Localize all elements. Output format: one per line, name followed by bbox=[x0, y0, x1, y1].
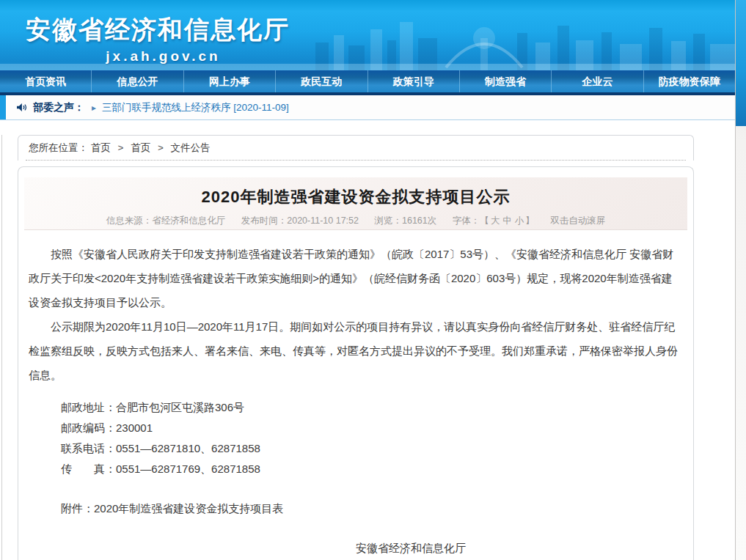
paragraph-publicity-period: 公示期限为2020年11月10日—2020年11月17日。期间如对公示的项目持有… bbox=[29, 314, 683, 387]
font-size-large[interactable]: 大 bbox=[491, 215, 500, 226]
font-size-widget: 字体：【大中小】 bbox=[453, 215, 535, 226]
ticker-arrow-icon: ▸ bbox=[92, 103, 96, 113]
scrollbar[interactable] bbox=[735, 0, 746, 560]
contact-line-postcode: 邮政编码：230001 bbox=[29, 418, 683, 438]
signature-block: 安徽省经济和信息化厅 2020年11月10日 bbox=[29, 538, 683, 560]
nav-item-policy-guidance[interactable]: 政策引导 bbox=[367, 70, 459, 92]
ticker-label: 部委之声： bbox=[33, 101, 84, 114]
nav-item-manufacturing-province[interactable]: 制造强省 bbox=[459, 70, 551, 92]
breadcrumb: 您所在位置： 首页 > 首页 > 文件公告 bbox=[18, 135, 694, 161]
news-ticker-bar: 部委之声： ▸ 三部门联手规范线上经济秩序 [2020-11-09] bbox=[0, 95, 735, 120]
meta-publish-time: 发布时间：2020-11-10 17:52 bbox=[241, 215, 359, 226]
nav-item-enterprise-cloud[interactable]: 企业云 bbox=[551, 70, 643, 92]
paragraph-basis: 按照《安徽省人民政府关于印发支持制造强省建设若干政策的通知》（皖政〔2017〕5… bbox=[29, 242, 683, 314]
font-size-small[interactable]: 小 bbox=[515, 215, 524, 226]
main-content: 您所在位置： 首页 > 首页 > 文件公告 2020年制造强省建设资金拟支持项目… bbox=[0, 135, 735, 560]
font-label: 字体：【 bbox=[453, 215, 489, 226]
nav-item-epidemic-supplies[interactable]: 防疫物资保障 bbox=[643, 70, 735, 92]
article-header: 2020年制造强省建设资金拟支持项目公示 信息来源：省经济和信息化厅 发布时间：… bbox=[24, 177, 687, 230]
contact-line-address: 邮政地址：合肥市包河区屯溪路306号 bbox=[29, 397, 683, 418]
attachment-link[interactable]: 附件：2020年制造强省建设资金拟支持项目表 bbox=[29, 498, 683, 519]
nav-item-online-services[interactable]: 网上办事 bbox=[183, 70, 275, 92]
speaker-icon bbox=[16, 103, 27, 112]
contact-block: 邮政地址：合肥市包河区屯溪路306号 邮政编码：230001 联系电话：0551… bbox=[29, 397, 683, 479]
nav-item-info-disclosure[interactable]: 信息公开 bbox=[91, 70, 183, 92]
font-label-close: 】 bbox=[525, 215, 535, 226]
article-meta: 信息来源：省经济和信息化厅 发布时间：2020-11-10 17:52 浏览：1… bbox=[24, 215, 687, 227]
ticker-left-accent bbox=[0, 95, 6, 119]
breadcrumb-prefix: 您所在位置： bbox=[29, 142, 88, 153]
article-body: 按照《安徽省人民政府关于印发支持制造强省建设若干政策的通知》（皖政〔2017〕5… bbox=[18, 230, 693, 560]
breadcrumb-separator: > bbox=[118, 142, 124, 153]
site-logo[interactable]: 安徽省经济和信息化厅 jx.ah.gov.cn bbox=[26, 13, 301, 65]
breadcrumb-item-home-2[interactable]: 首页 bbox=[131, 142, 150, 153]
page: 安徽省经济和信息化厅 jx.ah.gov.cn 首页资讯 信息公开 网上办事 政… bbox=[0, 0, 746, 560]
breadcrumb-item-current[interactable]: 文件公告 bbox=[171, 142, 211, 153]
autoscroll-toggle[interactable]: 双击自动滚屏 bbox=[550, 215, 605, 226]
article-box: 2020年制造强省建设资金拟支持项目公示 信息来源：省经济和信息化厅 发布时间：… bbox=[18, 166, 694, 560]
page-column: 安徽省经济和信息化厅 jx.ah.gov.cn 首页资讯 信息公开 网上办事 政… bbox=[0, 0, 735, 560]
dotted-divider bbox=[26, 160, 686, 161]
breadcrumb-separator: > bbox=[158, 142, 164, 153]
breadcrumb-item-home[interactable]: 首页 bbox=[91, 142, 111, 153]
signature-org: 安徽省经济和信息化厅 bbox=[139, 538, 683, 558]
nav-item-public-interaction[interactable]: 政民互动 bbox=[275, 70, 367, 92]
scrollbar-thumb[interactable] bbox=[736, 0, 746, 126]
contact-line-phone: 联系电话：0551—62871810、62871858 bbox=[29, 438, 683, 459]
contact-line-fax: 传 真：0551—62871769、62871858 bbox=[29, 459, 683, 479]
meta-source: 信息来源：省经济和信息化厅 bbox=[106, 215, 226, 226]
article-title: 2020年制造强省建设资金拟支持项目公示 bbox=[24, 177, 687, 208]
font-size-medium[interactable]: 中 bbox=[502, 215, 512, 226]
meta-views: 浏览：16161次 bbox=[375, 215, 437, 226]
site-url: jx.ah.gov.cn bbox=[26, 48, 301, 65]
ticker-news-link[interactable]: 三部门联手规范线上经济秩序 [2020-11-09] bbox=[102, 101, 289, 114]
site-header: 安徽省经济和信息化厅 jx.ah.gov.cn bbox=[0, 0, 735, 70]
main-nav: 首页资讯 信息公开 网上办事 政民互动 政策引导 制造强省 企业云 防疫物资保障 bbox=[0, 70, 735, 95]
site-title: 安徽省经济和信息化厅 bbox=[26, 13, 301, 47]
nav-item-home-news[interactable]: 首页资讯 bbox=[0, 70, 91, 92]
left-edge-divider bbox=[1, 135, 2, 560]
